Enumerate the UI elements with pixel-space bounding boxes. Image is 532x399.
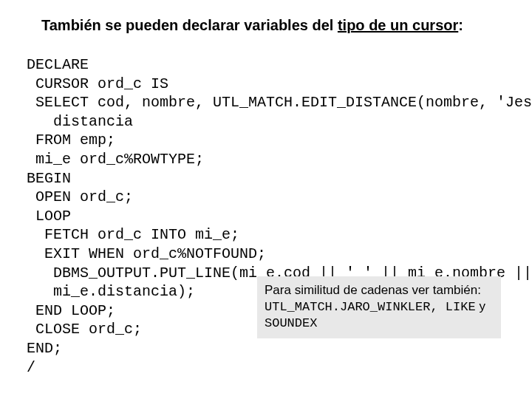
note-line-1: Para similitud de cadenas ver también: xyxy=(265,282,494,298)
code-line: CURSOR ord_c IS xyxy=(27,75,168,92)
title-prefix: También se pueden declarar variables del xyxy=(41,17,338,33)
code-line: FROM emp; xyxy=(27,132,115,149)
note-suffix: y xyxy=(476,299,485,313)
code-line: END LOOP; xyxy=(27,302,115,319)
code-line: OPEN ord_c; xyxy=(27,188,133,205)
code-line: mi_e ord_c%ROWTYPE; xyxy=(27,151,204,168)
code-line: END; xyxy=(27,340,62,357)
code-line: distancia xyxy=(27,113,133,130)
code-line: SELECT cod, nombre, UTL_MATCH.EDIT_DISTA… xyxy=(27,94,532,111)
note-line-3: SOUNDEX xyxy=(265,315,494,331)
note-box: Para similitud de cadenas ver también: U… xyxy=(257,276,501,338)
code-line: mi_e.distancia); xyxy=(27,283,195,300)
code-line: DECLARE xyxy=(27,56,89,73)
slide-title: También se pueden declarar variables del… xyxy=(41,16,505,35)
code-line: / xyxy=(27,359,35,376)
code-line: BEGIN xyxy=(27,170,71,187)
note-code-1: UTL_MATCH.JARO_WINKLER, LIKE xyxy=(265,300,476,314)
code-line: CLOSE ord_c; xyxy=(27,321,142,338)
note-line-2: UTL_MATCH.JARO_WINKLER, LIKE y xyxy=(265,299,494,315)
slide: También se pueden declarar variables del… xyxy=(0,0,532,399)
code-line: LOOP xyxy=(27,208,71,225)
code-line: FETCH ord_c INTO mi_e; xyxy=(27,226,239,243)
title-suffix: : xyxy=(458,17,463,33)
code-line: EXIT WHEN ord_c%NOTFOUND; xyxy=(27,245,266,262)
note-code-2: SOUNDEX xyxy=(265,316,317,330)
title-underlined: tipo de un cursor xyxy=(338,17,458,33)
